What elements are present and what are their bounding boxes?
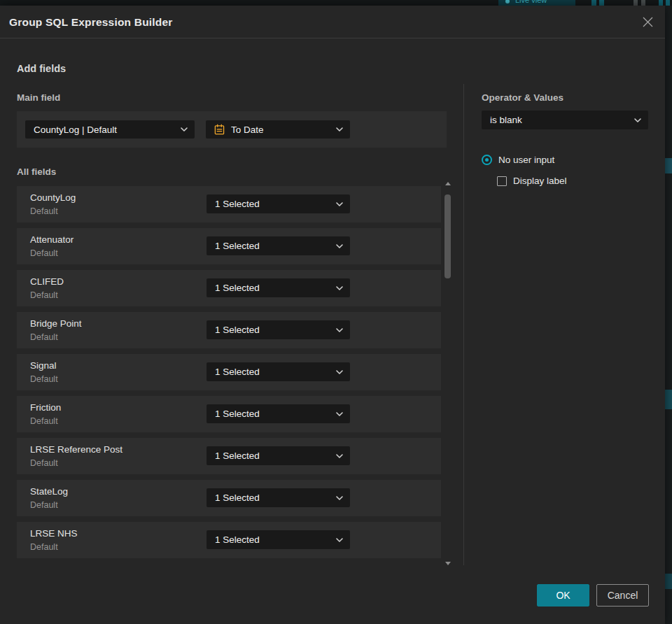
field-selected-value: 1 Selected [215, 241, 330, 251]
field-sublabel: Default [30, 374, 58, 384]
field-selected-dropdown[interactable]: 1 Selected [206, 488, 350, 507]
all-fields-list: CountyLog Default 1 Selected Attenuator … [17, 186, 441, 564]
chevron-down-icon [634, 118, 641, 122]
main-field-container: CountyLog | Default To Date [17, 111, 447, 148]
all-fields-label: All fields [17, 166, 56, 177]
list-scrollbar[interactable] [444, 182, 451, 565]
field-row: LRSE NHS Default 1 Selected [17, 522, 441, 558]
live-view-button[interactable]: Live view [498, 0, 575, 6]
field-row: Bridge Point Default 1 Selected [17, 312, 441, 348]
live-view-label: Live view [515, 0, 547, 4]
field-sublabel: Default [30, 206, 58, 216]
field-sublabel: Default [30, 458, 58, 468]
close-button[interactable] [638, 6, 657, 38]
background-toolbar-fragment [641, 0, 645, 6]
field-sublabel: Default [30, 542, 58, 552]
background-app-right-sliver [665, 6, 672, 624]
chevron-down-icon [336, 496, 343, 500]
field-selected-dropdown[interactable]: 1 Selected [206, 362, 350, 381]
main-field-label: Main field [17, 92, 60, 103]
main-field-source-value: CountyLog | Default [34, 125, 175, 135]
close-icon [642, 16, 654, 28]
no-user-input-label: No user input [498, 155, 554, 165]
radio-selected-icon[interactable] [482, 155, 492, 165]
field-name: Bridge Point [30, 318, 82, 329]
field-row: Friction Default 1 Selected [17, 396, 441, 432]
dialog-title: Group SQL Expression Builder [9, 6, 173, 38]
chevron-down-icon [181, 127, 188, 132]
background-toolbar-fragment [666, 0, 670, 6]
background-app-fragment [665, 158, 672, 173]
field-selected-dropdown[interactable]: 1 Selected [206, 530, 350, 549]
group-sql-expression-builder-dialog: Group SQL Expression Builder Add fields … [0, 6, 665, 624]
field-name: LRSE Reference Post [30, 444, 122, 455]
field-name: Signal [30, 360, 57, 371]
chevron-down-icon [336, 538, 343, 542]
field-sublabel: Default [30, 290, 58, 300]
panel-divider [463, 84, 464, 565]
main-field-date-value: To Date [231, 125, 330, 135]
field-selected-value: 1 Selected [215, 199, 330, 209]
field-selected-dropdown[interactable]: 1 Selected [206, 278, 350, 297]
field-selected-dropdown[interactable]: 1 Selected [206, 404, 350, 423]
live-view-dot-icon [505, 0, 510, 3]
background-toolbar-fragment [634, 0, 638, 6]
background-toolbar-fragment [592, 0, 596, 6]
checkbox-unchecked-icon[interactable] [497, 176, 507, 186]
background-app-top-strip: Live view [0, 0, 672, 6]
chevron-down-icon [336, 454, 343, 458]
field-selected-value: 1 Selected [215, 534, 330, 545]
field-row: StateLog Default 1 Selected [17, 480, 441, 516]
main-field-date-dropdown[interactable]: To Date [206, 120, 350, 139]
calendar-icon [214, 124, 225, 135]
scrollbar-thumb[interactable] [444, 194, 451, 278]
field-row: Attenuator Default 1 Selected [17, 228, 441, 264]
display-label-option[interactable]: Display label [497, 176, 567, 186]
field-name: LRSE NHS [30, 528, 78, 539]
field-selected-dropdown[interactable]: 1 Selected [206, 236, 350, 255]
main-field-source-dropdown[interactable]: CountyLog | Default [25, 120, 195, 139]
field-name: Friction [30, 402, 61, 413]
field-name: CLIFED [30, 276, 64, 287]
dialog-header: Group SQL Expression Builder [0, 6, 665, 38]
field-sublabel: Default [30, 416, 58, 426]
field-name: Attenuator [30, 234, 74, 245]
chevron-down-icon [336, 244, 343, 248]
field-row: CountyLog Default 1 Selected [17, 186, 441, 222]
operator-dropdown[interactable]: is blank [482, 111, 648, 129]
field-name: CountyLog [30, 192, 76, 203]
display-label-label: Display label [513, 176, 567, 186]
chevron-down-icon [336, 127, 343, 132]
field-selected-dropdown[interactable]: 1 Selected [206, 194, 350, 213]
field-name: StateLog [30, 486, 68, 497]
chevron-down-icon [336, 328, 343, 332]
chevron-down-icon [336, 370, 343, 374]
field-selected-value: 1 Selected [215, 367, 330, 377]
chevron-down-icon [336, 202, 343, 206]
field-row: Signal Default 1 Selected [17, 354, 441, 390]
operator-value: is blank [490, 115, 629, 125]
field-selected-value: 1 Selected [215, 409, 330, 419]
scroll-down-icon[interactable] [445, 562, 451, 565]
field-row: LRSE Reference Post Default 1 Selected [17, 438, 441, 474]
chevron-down-icon [336, 412, 343, 416]
field-selected-value: 1 Selected [215, 451, 330, 461]
field-row: CLIFED Default 1 Selected [17, 270, 441, 306]
add-fields-heading: Add fields [17, 63, 66, 74]
field-selected-dropdown[interactable]: 1 Selected [206, 446, 350, 465]
ok-button[interactable]: OK [537, 584, 589, 607]
field-selected-value: 1 Selected [215, 492, 330, 503]
field-selected-value: 1 Selected [215, 283, 330, 293]
field-selected-dropdown[interactable]: 1 Selected [206, 320, 350, 339]
background-toolbar-fragment [599, 0, 604, 6]
no-user-input-option[interactable]: No user input [482, 155, 554, 165]
background-app-fragment [665, 390, 672, 409]
operator-values-label: Operator & Values [482, 92, 564, 103]
scroll-up-icon[interactable] [445, 182, 451, 185]
cancel-button[interactable]: Cancel [596, 584, 649, 607]
field-sublabel: Default [30, 248, 58, 258]
field-sublabel: Default [30, 332, 58, 342]
background-toolbar-fragment [659, 0, 663, 6]
background-app-fragment [665, 574, 672, 589]
chevron-down-icon [336, 286, 343, 290]
